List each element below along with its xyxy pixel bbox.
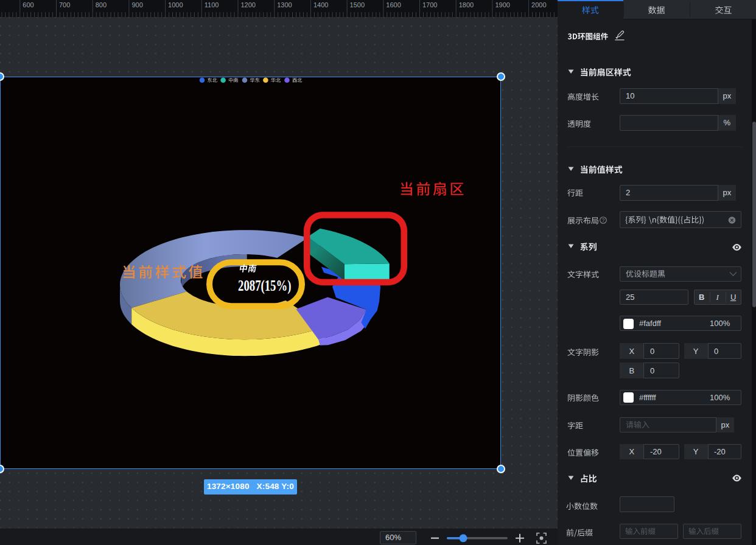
svg-text:2000: 2000 [531, 1, 546, 9]
svg-text:1300: 1300 [277, 1, 292, 9]
svg-text:1700: 1700 [422, 1, 437, 9]
svg-text:600: 600 [23, 1, 33, 9]
svg-text:800: 800 [96, 1, 107, 9]
svg-text:1100: 1100 [205, 1, 219, 9]
svg-text:1000: 1000 [168, 1, 183, 9]
svg-text:1500: 1500 [350, 1, 365, 9]
svg-text:1400: 1400 [313, 1, 328, 9]
svg-text:1900: 1900 [495, 1, 509, 9]
svg-text:1800: 1800 [459, 1, 474, 9]
svg-text:1600: 1600 [386, 1, 401, 9]
svg-text:1200: 1200 [241, 1, 256, 9]
svg-text:900: 900 [131, 1, 142, 9]
svg-text:700: 700 [59, 1, 70, 9]
